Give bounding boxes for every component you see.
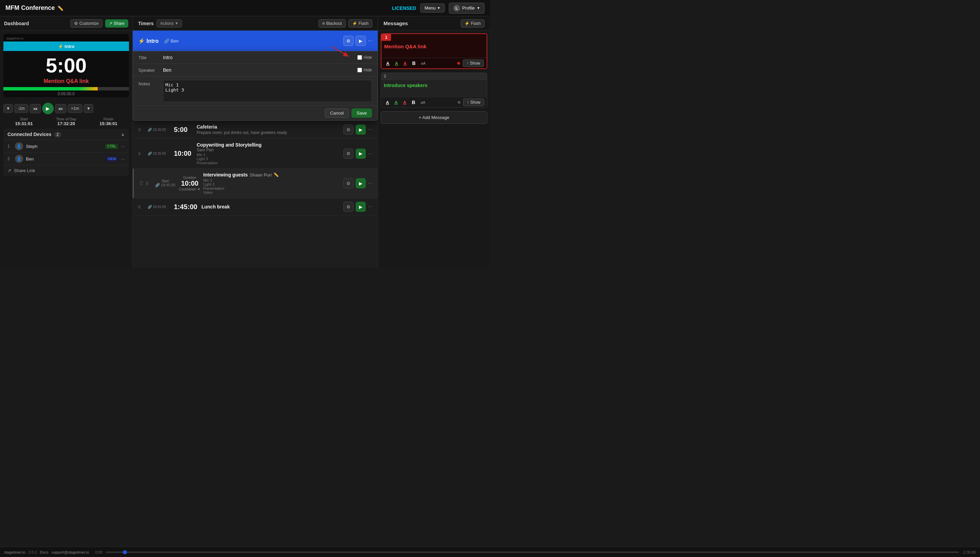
msg-card-1: 1 Mention Q&A link A A A B aA ↑ Show xyxy=(381,33,487,69)
row-dots[interactable]: ··· xyxy=(368,204,372,210)
row-title: Interviewing guests xyxy=(203,172,248,178)
row-time: 🔗 18:35:05 xyxy=(148,151,170,155)
row-dots[interactable]: ··· xyxy=(368,127,372,133)
time-display: Start 15:31:01 Time of Day 17:32:20 Fini… xyxy=(0,116,132,129)
dashboard-panel: stagetimer.io ⚡ Intro 5:00 Mention Q&A l… xyxy=(0,31,133,268)
connected-devices: Connected Devices 2 ▲ 1 👤 Steph CTRL ···… xyxy=(3,129,129,176)
row-settings-btn[interactable]: ⚙ xyxy=(343,124,354,135)
rewind-button[interactable]: ⏮ xyxy=(29,104,41,113)
timers-flash-button[interactable]: ⚡ Flash xyxy=(348,20,372,28)
edit-title-input[interactable] xyxy=(163,55,353,60)
start-label: Start xyxy=(15,117,33,121)
edit-notes-row: Notes Mic 1 Light 3 xyxy=(133,77,377,106)
cd-header[interactable]: Connected Devices 2 ▲ xyxy=(3,129,129,140)
row-play-btn[interactable]: ▶ xyxy=(356,124,366,135)
msg-format-a-2[interactable]: A xyxy=(384,99,391,106)
msg-show-btn-2[interactable]: ↑ Show xyxy=(463,99,484,106)
cd-dots-ben[interactable]: ··· xyxy=(121,156,125,161)
title-hide-checkbox[interactable] xyxy=(357,55,362,60)
edit-speaker-input[interactable] xyxy=(163,67,353,73)
next-button[interactable]: ⏭ xyxy=(55,104,66,113)
drag-handle-icon[interactable]: ⠿ xyxy=(139,180,143,187)
msg-format-a-green-2[interactable]: A xyxy=(392,99,400,106)
edit-actions-row: Cancel Save xyxy=(133,106,377,121)
share-button[interactable]: ↗ Share xyxy=(105,20,128,28)
actions-button[interactable]: Actions ▼ xyxy=(157,20,182,28)
speaker-hide-checkbox[interactable] xyxy=(357,68,362,72)
row-actions: ⚙ ▶ ··· xyxy=(343,148,372,159)
timer-progress-bar xyxy=(3,87,129,90)
row-dots[interactable]: ··· xyxy=(368,180,372,186)
edit-pencil-icon[interactable]: ✏️ xyxy=(274,173,279,177)
share-link[interactable]: ↗ Share Link xyxy=(3,165,129,176)
msg-format-a-red[interactable]: A xyxy=(402,60,409,67)
dashboard-label: Dashboard xyxy=(4,21,68,26)
widget-logo-bar: stagetimer.io xyxy=(3,34,129,41)
table-row[interactable]: 3 🔗 18:30:05 5:00 Cafeteria Prepare room… xyxy=(133,121,378,139)
msg-show-dot-1 xyxy=(457,62,460,65)
row-time-edit: Start 🔗 18:45:05 xyxy=(154,179,176,187)
add-message-button[interactable]: + Add Message xyxy=(381,111,487,124)
msg-format-b-2[interactable]: B xyxy=(410,99,417,106)
edit-speaker-label: Speaker xyxy=(139,68,159,73)
row-notes: Prepare room: put drinks out, have greet… xyxy=(197,130,339,135)
msg-show-btn-1[interactable]: ↑ Show xyxy=(463,60,484,67)
row-settings-btn[interactable]: ⚙ xyxy=(343,202,354,212)
msg-format-a[interactable]: A xyxy=(384,60,391,67)
messages-label: Messages xyxy=(384,20,461,26)
cancel-button[interactable]: Cancel xyxy=(325,109,349,118)
dashboard-subheader: Dashboard ⚙ Customize ↗ Share xyxy=(0,16,133,30)
cd-num-2: 2 xyxy=(8,156,12,161)
table-row[interactable]: 4 🔗 18:35:05 10:00 Copywriting and Story… xyxy=(133,139,378,169)
row-dots[interactable]: ··· xyxy=(368,151,372,157)
table-row[interactable]: 6 🔗 18:55:05 1:45:00 Lunch break ⚙ ▶ ··· xyxy=(133,198,378,216)
menu-button[interactable]: Menu ▼ xyxy=(420,3,445,13)
msg-show-dot-2 xyxy=(458,101,461,104)
anchor-icon: 🔗 18:30:05 xyxy=(148,128,170,132)
menu-chevron-icon: ▼ xyxy=(437,6,440,10)
row-play-btn[interactable]: ▶ xyxy=(356,202,366,212)
msg-text-2[interactable]: Introduce speakers xyxy=(381,80,487,97)
msg-toolbar-2: A A A B aA ↑ Show xyxy=(381,97,487,107)
table-row[interactable]: ⠿ 5 Start 🔗 18:45:05 Duration 10:00 Coun… xyxy=(133,169,378,198)
cd-name-ben: Ben xyxy=(26,156,103,161)
msg-format-a-red-2[interactable]: A xyxy=(401,99,408,106)
customize-button[interactable]: ⚙ Customize xyxy=(70,20,103,28)
cd-chevron-icon: ▲ xyxy=(121,132,125,137)
time-start-label: Start xyxy=(154,179,176,183)
active-dots[interactable]: ··· xyxy=(368,38,372,44)
row-settings-btn[interactable]: ⚙ xyxy=(343,148,354,159)
msg-format-b[interactable]: B xyxy=(410,60,418,67)
edit-title-icon[interactable]: ✏️ xyxy=(57,5,63,11)
msg-format-a-green[interactable]: A xyxy=(393,60,400,67)
timer-sub-display: 0:05:00.0 xyxy=(3,90,129,97)
row-play-btn[interactable]: ▶ xyxy=(356,148,366,159)
blackout-dot xyxy=(322,22,325,25)
main-content: stagetimer.io ⚡ Intro 5:00 Mention Q&A l… xyxy=(0,31,490,268)
active-timer-info: ⚡ ⚡ IntroIntro 🔗 Ben xyxy=(138,38,339,44)
expand-btn[interactable]: ▼ xyxy=(84,104,93,113)
cd-dots-steph[interactable]: ··· xyxy=(121,143,125,149)
arrow-indicator xyxy=(328,44,355,59)
row-actions: ⚙ ▶ ··· xyxy=(343,124,372,135)
row-play-btn[interactable]: ▶ xyxy=(356,178,366,188)
profile-button[interactable]: L Profile ▼ xyxy=(449,3,485,14)
row-time: 🔗 18:30:05 xyxy=(148,128,170,132)
widget-header-label: ⚡ xyxy=(58,44,65,49)
msg-format-aa-2[interactable]: aA xyxy=(418,99,427,105)
active-play-btn[interactable]: ▶ xyxy=(356,36,366,46)
subheader: Dashboard ⚙ Customize ↗ Share Timers Act… xyxy=(0,16,490,31)
edit-notes-textarea[interactable]: Mic 1 Light 3 xyxy=(163,80,372,102)
blackout-button[interactable]: Blackout xyxy=(318,20,346,28)
msg-format-aa[interactable]: aA xyxy=(419,60,427,66)
minus-1m-button[interactable]: -1m xyxy=(14,104,28,113)
msg-text-1[interactable]: Mention Q&A link xyxy=(381,41,487,58)
plus-1m-button[interactable]: +1m xyxy=(68,104,83,113)
dropdown-btn[interactable]: ▼ xyxy=(3,104,13,113)
messages-flash-button[interactable]: ⚡ Flash xyxy=(461,20,485,28)
avatar: L xyxy=(453,5,460,11)
save-button[interactable]: Save xyxy=(351,109,372,118)
row-settings-btn[interactable]: ⚙ xyxy=(343,178,354,188)
row-duration: 10:00 xyxy=(174,150,193,158)
play-button[interactable]: ▶ xyxy=(42,103,54,114)
